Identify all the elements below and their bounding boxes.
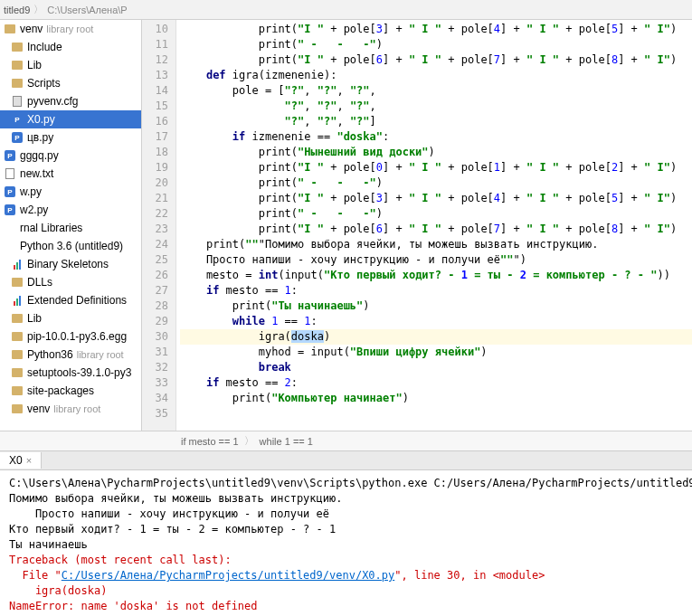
run-tab-label: X0 (9, 454, 23, 467)
code-line[interactable]: if mesto == 1: (180, 283, 692, 299)
tree-item[interactable]: venvlibrary root (0, 20, 141, 38)
code-line[interactable] (180, 406, 692, 422)
tree-item-label: Extended Definitions (27, 294, 127, 307)
py-icon: P (11, 131, 24, 144)
tree-item[interactable]: pyvenv.cfg (0, 92, 141, 110)
folder-icon (11, 403, 24, 415)
tree-item-label: Python36 (27, 348, 73, 361)
editor[interactable]: 1011121314151617181920212223242526272829… (142, 20, 692, 431)
console-line: Кто первый ходит? - 1 = ты - 2 = компьют… (9, 522, 683, 537)
breadcrumb-a[interactable]: if mesto == 1 (181, 436, 239, 447)
gutter: 1011121314151617181920212223242526272829… (142, 20, 176, 431)
code-line[interactable]: while 1 == 1: (180, 314, 692, 329)
run-tab[interactable]: X0 × (0, 452, 42, 469)
py-icon: P (11, 113, 24, 126)
code-line[interactable]: igra(doska) (180, 329, 692, 345)
console-line: Traceback (most recent call last): (9, 553, 683, 568)
tree-item[interactable]: pip-10.0.1-py3.6.egg (0, 327, 141, 346)
tree-item-label: site-packages (27, 384, 94, 397)
py-icon: P (4, 204, 16, 216)
code-line[interactable]: pole = ["?", "?", "?", (180, 83, 692, 99)
tree-item[interactable]: Pw2.py (0, 201, 141, 219)
tree-item[interactable]: Lib (0, 56, 141, 74)
tree-item-label: venv (20, 23, 43, 35)
tree-item[interactable]: new.txt (0, 165, 141, 183)
tree-item[interactable]: Pw.py (0, 183, 141, 201)
tree-item-suffix: library root (77, 349, 124, 360)
py-icon: P (4, 185, 16, 198)
breadcrumb-b[interactable]: while 1 == 1 (260, 436, 313, 447)
code-line[interactable]: break (180, 360, 692, 375)
tree-item-label: Python 3.6 (untitled9) (20, 240, 123, 252)
folder-icon (11, 276, 24, 289)
cfg-icon (11, 95, 24, 108)
tree-item[interactable]: Lib (0, 309, 141, 327)
code-line[interactable]: print("I " + pole[3] + " I " + pole[4] +… (180, 22, 692, 37)
tree-item[interactable]: Python 3.6 (untitled9) (0, 237, 141, 255)
tree-item[interactable]: setuptools-39.1.0-py3 (0, 364, 141, 382)
code-line[interactable]: "?", "?", "?", (180, 99, 692, 114)
code-line[interactable]: def igra(izmenenie): (180, 68, 692, 83)
tree-item-label: DLLs (27, 276, 52, 289)
folder-icon (11, 366, 24, 379)
project-tree[interactable]: venvlibrary rootIncludeLibScriptspyvenv.… (0, 20, 142, 431)
console-output[interactable]: C:\Users\Алена\PycharmProjects\untitled9… (0, 470, 692, 616)
tree-item[interactable]: Pgggq.py (0, 147, 141, 165)
code-line[interactable]: print("I " + pole[6] + " I " + pole[7] +… (180, 222, 692, 237)
code-area[interactable]: print("I " + pole[3] + " I " + pole[4] +… (176, 20, 692, 431)
close-icon[interactable]: × (26, 455, 32, 466)
code-line[interactable]: print("Нынешний вид доски") (180, 145, 692, 160)
tree-item[interactable]: DLLs (0, 273, 141, 291)
tree-item-label: setuptools-39.1.0-py3 (27, 366, 131, 379)
tree-item-label: Scripts (27, 77, 61, 90)
chevron-right-icon: 〉 (244, 434, 254, 448)
bars-icon (11, 294, 24, 307)
tree-item-label: pip-10.0.1-py3.6.egg (27, 330, 127, 343)
code-line[interactable]: print("I " + pole[0] + " I " + pole[1] +… (180, 160, 692, 175)
tree-item-label: w2.py (20, 204, 48, 216)
tree-item-label: venv (27, 403, 50, 415)
code-line[interactable]: print(" - - -") (180, 206, 692, 222)
tree-item[interactable]: rnal Libraries (0, 219, 141, 237)
code-breadcrumb[interactable]: if mesto == 1 〉 while 1 == 1 (0, 431, 692, 450)
tree-item[interactable]: Scripts (0, 74, 141, 92)
tree-item[interactable]: Binary Skeletons (0, 255, 141, 273)
tree-item[interactable]: Python36library root (0, 346, 141, 364)
code-line[interactable]: print("I " + pole[3] + " I " + pole[4] +… (180, 191, 692, 206)
tree-item-suffix: library root (46, 24, 93, 34)
folder-icon (11, 59, 24, 71)
tree-item-label: gggq.py (20, 149, 59, 162)
tree-item-label: Include (27, 41, 62, 53)
folder-icon (11, 330, 24, 343)
code-line[interactable]: if izmenenie == "doska": (180, 129, 692, 145)
tree-item[interactable]: Pцв.py (0, 128, 141, 147)
code-line[interactable]: print("Ты начинаешь") (180, 299, 692, 314)
code-line[interactable]: myhod = input("Впиши цифру ячейки") (180, 345, 692, 360)
tree-item[interactable]: venvlibrary root (0, 400, 141, 418)
tree-item[interactable]: Include (0, 38, 141, 56)
tree-item[interactable]: PX0.py (0, 110, 141, 128)
bars-icon (11, 258, 24, 270)
code-line[interactable]: print("I " + pole[6] + " I " + pole[7] +… (180, 52, 692, 68)
none-icon (4, 222, 16, 234)
code-line[interactable]: print(" - - -") (180, 175, 692, 191)
tree-item-label: rnal Libraries (20, 222, 82, 234)
console-line: Ты начинаешь (9, 537, 683, 553)
tree-item[interactable]: Extended Definitions (0, 291, 141, 309)
console-line: igra(doska) (9, 583, 683, 599)
tree-item[interactable]: site-packages (0, 382, 141, 400)
code-line[interactable]: mesto = int(input("Кто первый ходит? - 1… (180, 268, 692, 283)
traceback-link[interactable]: C:/Users/Алена/PycharmProjects/untitled9… (62, 569, 394, 582)
code-line[interactable]: print(" - - -") (180, 37, 692, 52)
code-line[interactable]: if mesto == 2: (180, 375, 692, 391)
console-line: C:\Users\Алена\PycharmProjects\untitled9… (9, 476, 683, 491)
code-line[interactable]: print("Компьютер начинает") (180, 391, 692, 406)
code-line[interactable]: "?", "?", "?"] (180, 114, 692, 129)
breadcrumb-bar: titled9 〉 C:\Users\Алена\P (0, 0, 692, 20)
tree-item-label: X0.py (27, 113, 55, 126)
run-tool-window-tabs[interactable]: X0 × (0, 450, 692, 470)
project-name: titled9 (4, 5, 30, 15)
code-line[interactable]: print("""Помимо выбора ячейки, ты можешь… (180, 237, 692, 252)
tree-item-label: pyvenv.cfg (27, 95, 78, 108)
code-line[interactable]: Просто напиши - хочу инструкцию - и полу… (180, 252, 692, 268)
